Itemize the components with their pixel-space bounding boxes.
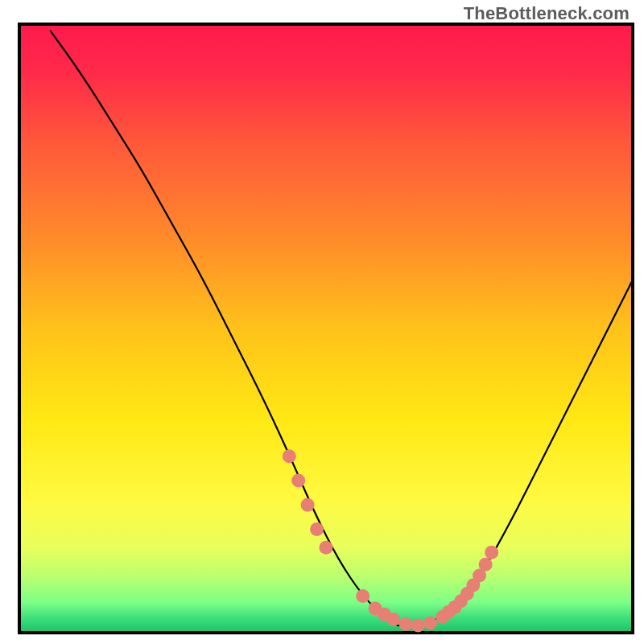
- curve-marker: [411, 618, 425, 632]
- curve-marker: [320, 541, 333, 555]
- curve-marker: [485, 546, 498, 559]
- curve-marker: [479, 558, 493, 572]
- chart-container: TheBottleneck.com: [0, 0, 644, 644]
- curve-marker: [310, 522, 324, 536]
- curve-marker: [423, 616, 437, 630]
- bottleneck-chart: [0, 0, 644, 644]
- curve-marker: [356, 589, 369, 603]
- watermark: TheBottleneck.com: [464, 3, 630, 24]
- curve-marker: [386, 613, 400, 626]
- curve-marker: [399, 617, 413, 631]
- curve-marker: [291, 474, 305, 488]
- curve-marker: [301, 498, 315, 512]
- curve-marker: [283, 449, 296, 463]
